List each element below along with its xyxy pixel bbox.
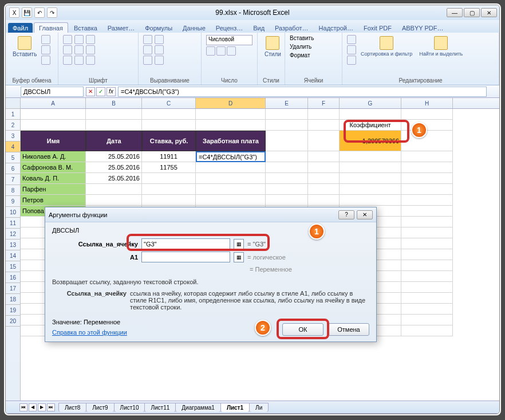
name-box[interactable]: ДВССЫЛ bbox=[21, 87, 84, 97]
italic-icon[interactable] bbox=[63, 45, 72, 54]
number-format-select[interactable]: Числовой bbox=[206, 35, 253, 45]
align-middle-icon[interactable] bbox=[155, 45, 164, 54]
header-date[interactable]: Дата bbox=[86, 131, 142, 151]
fill-color-icon[interactable] bbox=[74, 56, 84, 65]
cancel-button[interactable]: Отмена bbox=[328, 323, 369, 336]
minimize-button[interactable]: — bbox=[447, 8, 463, 17]
cell-d4-active[interactable]: =C4*ДВССЫЛ("G3") bbox=[196, 151, 266, 162]
grow-font-icon[interactable] bbox=[86, 35, 95, 44]
sheet-nav-last[interactable]: ⏭ bbox=[47, 403, 55, 411]
tab-addins[interactable]: Надстрой… bbox=[314, 23, 358, 33]
sheet-tab[interactable]: Лист9 bbox=[86, 403, 114, 412]
undo-icon[interactable]: ↶ bbox=[34, 7, 45, 18]
align-left-icon[interactable] bbox=[143, 35, 152, 44]
dialog-close-button[interactable]: ✕ bbox=[357, 210, 373, 219]
maximize-button[interactable]: ▢ bbox=[464, 8, 480, 17]
worksheet-grid[interactable]: 1 2 3 4 5 6 7 8 9 10 11 12 13 14 15 16 1… bbox=[6, 98, 499, 401]
header-rate[interactable]: Ставка, руб. bbox=[142, 131, 196, 151]
tab-review[interactable]: Реценз… bbox=[211, 23, 247, 33]
title-bar: X 💾 ↶ ↷ 99.xlsx - Microsoft Excel — ▢ ✕ bbox=[6, 5, 499, 20]
tab-layout[interactable]: Размет… bbox=[103, 23, 139, 33]
sheet-tab-active[interactable]: Лист1 bbox=[220, 403, 250, 412]
cells-insert[interactable]: Вставить bbox=[290, 35, 314, 41]
align-top-icon[interactable] bbox=[155, 35, 164, 44]
sheet-tabs: ⏮ ◀ ▶ ⏭ Лист8 Лист9 Лист10 Лист11 Диагра… bbox=[6, 401, 499, 413]
header-salary[interactable]: Заработная плата bbox=[196, 131, 266, 151]
ok-button[interactable]: ОК bbox=[282, 323, 323, 336]
table-row[interactable]: Парфен bbox=[21, 184, 86, 195]
arg2-input[interactable] bbox=[141, 252, 230, 262]
cells-format[interactable]: Формат bbox=[290, 52, 314, 58]
currency-icon[interactable] bbox=[206, 46, 215, 56]
copy-icon[interactable] bbox=[41, 45, 50, 54]
sheet-tab[interactable]: Лист8 bbox=[58, 403, 86, 412]
formula-bar[interactable]: =C4*ДВССЫЛ("G3") bbox=[118, 87, 487, 97]
table-row[interactable]: Коваль Д. П. bbox=[21, 173, 86, 184]
percent-icon[interactable] bbox=[216, 46, 226, 56]
status-bar: Правка 100% − + bbox=[6, 413, 499, 414]
tab-insert[interactable]: Вставка bbox=[69, 23, 102, 33]
cell-g2[interactable]: Коэффициент bbox=[340, 120, 401, 131]
sort-filter-button[interactable]: Сортировка и фильтр bbox=[358, 35, 415, 58]
sheet-nav: ⏮ ◀ ▶ ⏭ bbox=[19, 403, 55, 411]
tab-formulas[interactable]: Формулы bbox=[140, 23, 177, 33]
dialog-help-link[interactable]: Справка по этой функции bbox=[52, 329, 127, 336]
align-right-icon[interactable] bbox=[143, 56, 152, 65]
dialog-title: Аргументы функции bbox=[49, 211, 108, 218]
function-arguments-dialog: Аргументы функции ? ✕ ДВССЫЛ Ссылка_на_я… bbox=[45, 207, 377, 342]
sheet-tab[interactable]: Лист11 bbox=[144, 403, 176, 412]
header-name[interactable]: Имя bbox=[21, 131, 86, 151]
font-size-icon[interactable] bbox=[74, 35, 84, 44]
paste-button[interactable]: Вставить bbox=[10, 35, 39, 58]
table-row[interactable]: Николаев А. Д. bbox=[21, 151, 86, 162]
align-center-icon[interactable] bbox=[143, 45, 152, 54]
arg1-input[interactable]: "G3" bbox=[141, 238, 230, 249]
styles-button[interactable]: Стили bbox=[262, 35, 283, 58]
font-color-icon[interactable] bbox=[86, 56, 95, 65]
tab-abbyy[interactable]: ABBYY PDF… bbox=[397, 23, 448, 33]
underline-icon[interactable] bbox=[74, 45, 84, 54]
save-icon[interactable]: 💾 bbox=[22, 7, 32, 18]
clear-icon[interactable] bbox=[347, 56, 356, 65]
border-icon[interactable] bbox=[63, 56, 72, 65]
sheet-tab[interactable]: Ли bbox=[249, 403, 269, 412]
tab-developer[interactable]: Разработ… bbox=[270, 23, 313, 33]
close-button[interactable]: ✕ bbox=[481, 8, 497, 17]
arg2-ref-button[interactable]: ▦ bbox=[234, 252, 244, 262]
find-select-button[interactable]: Найти и выделить bbox=[417, 35, 465, 58]
styles-icon bbox=[266, 36, 279, 50]
table-row[interactable]: Петров bbox=[21, 195, 86, 206]
bold-icon[interactable] bbox=[63, 35, 72, 44]
comma-icon[interactable] bbox=[227, 46, 236, 56]
dialog-help-button[interactable]: ? bbox=[338, 210, 354, 219]
tab-file[interactable]: Файл bbox=[8, 23, 33, 33]
wrap-text-icon[interactable] bbox=[155, 56, 164, 65]
ribbon-tabs: Файл Главная Вставка Размет… Формулы Дан… bbox=[6, 20, 499, 33]
sheet-tab[interactable]: Диаграмма1 bbox=[175, 403, 221, 412]
dialog-function-name: ДВССЫЛ bbox=[52, 227, 369, 234]
sheet-nav-next[interactable]: ▶ bbox=[38, 403, 46, 411]
shrink-font-icon[interactable] bbox=[86, 45, 95, 54]
sheet-tab[interactable]: Лист10 bbox=[114, 403, 145, 412]
select-all-corner[interactable] bbox=[6, 98, 20, 109]
cells-delete[interactable]: Удалить bbox=[290, 44, 314, 50]
tab-view[interactable]: Вид bbox=[248, 23, 269, 33]
format-painter-icon[interactable] bbox=[41, 56, 50, 65]
autosum-icon[interactable] bbox=[347, 35, 356, 44]
fx-icon[interactable]: fx bbox=[106, 87, 116, 96]
fill-icon[interactable] bbox=[347, 45, 356, 54]
cell-g3[interactable]: 1,280578366 bbox=[340, 131, 401, 151]
clipboard-icon bbox=[18, 36, 31, 50]
sheet-nav-first[interactable]: ⏮ bbox=[19, 403, 27, 411]
tab-data[interactable]: Данные bbox=[178, 23, 210, 33]
enter-formula-icon[interactable]: ✓ bbox=[96, 87, 105, 96]
arg1-ref-button[interactable]: ▦ bbox=[234, 239, 244, 249]
sheet-nav-prev[interactable]: ◀ bbox=[29, 403, 37, 411]
cancel-formula-icon[interactable]: ✕ bbox=[86, 87, 95, 96]
redo-icon[interactable]: ↷ bbox=[47, 7, 57, 18]
dialog-titlebar[interactable]: Аргументы функции ? ✕ bbox=[45, 207, 376, 222]
cut-icon[interactable] bbox=[41, 35, 50, 44]
table-row[interactable]: Сафронова В. М. bbox=[21, 162, 86, 173]
tab-foxit[interactable]: Foxit PDF bbox=[359, 23, 396, 33]
tab-home[interactable]: Главная bbox=[34, 22, 68, 33]
